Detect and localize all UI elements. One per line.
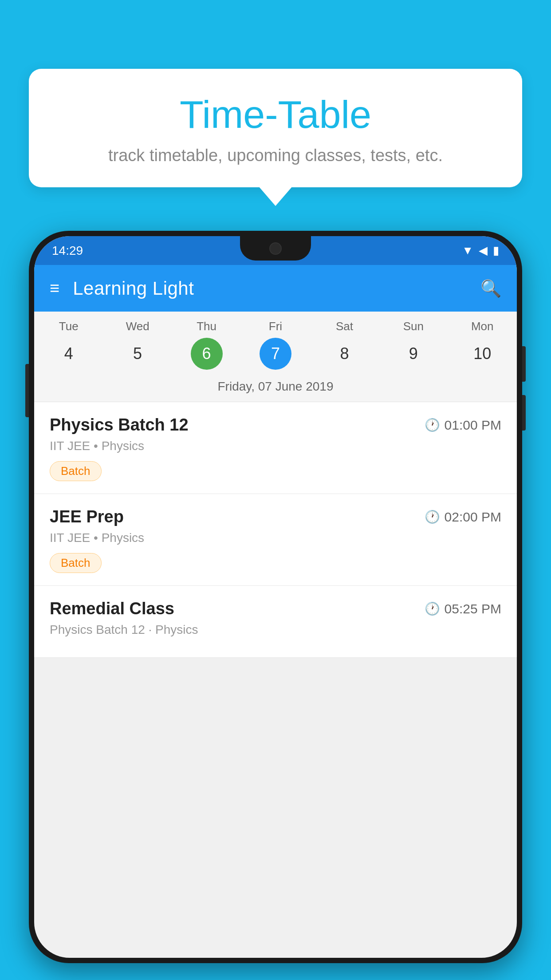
schedule-time: 🕐 02:00 PM (425, 510, 501, 525)
day-number[interactable]: 8 (328, 338, 360, 370)
day-col-7[interactable]: Fri7 (247, 320, 304, 370)
tooltip-title: Time-Table (55, 93, 496, 136)
schedule-subtitle: IIT JEE • Physics (50, 439, 501, 453)
app-title: Learning Light (73, 278, 467, 299)
time-text: 02:00 PM (445, 510, 501, 525)
schedule-subtitle: Physics Batch 12 · Physics (50, 623, 501, 637)
schedule-item-header: Physics Batch 12 🕐 01:00 PM (50, 415, 501, 435)
day-label: Sun (403, 320, 424, 333)
volume-up-button[interactable] (522, 346, 526, 382)
clock-icon: 🕐 (425, 601, 440, 616)
phone-screen: 14:29 ▼ ◀ ▮ ≡ Learning Light 🔍 Tue4Wed5T… (34, 236, 517, 958)
clock-icon: 🕐 (425, 418, 440, 432)
schedule-item-header: JEE Prep 🕐 02:00 PM (50, 507, 501, 526)
day-col-4[interactable]: Tue4 (40, 320, 98, 370)
day-col-5[interactable]: Wed5 (109, 320, 166, 370)
batch-tag: Batch (50, 553, 102, 573)
schedule-item-title: Remedial Class (50, 599, 174, 618)
day-label: Wed (126, 320, 150, 333)
time-text: 01:00 PM (445, 418, 501, 433)
day-number[interactable]: 7 (260, 338, 291, 370)
day-label: Tue (59, 320, 79, 333)
hamburger-icon[interactable]: ≡ (50, 279, 59, 298)
phone-container: 14:29 ▼ ◀ ▮ ≡ Learning Light 🔍 Tue4Wed5T… (29, 231, 522, 980)
day-number[interactable]: 6 (191, 338, 223, 370)
power-button[interactable] (25, 364, 29, 417)
day-label: Thu (197, 320, 216, 333)
days-row: Tue4Wed5Thu6Fri7Sat8Sun9Mon10 (34, 320, 517, 370)
day-number[interactable]: 9 (398, 338, 429, 370)
day-col-10[interactable]: Mon10 (453, 320, 511, 370)
day-label: Fri (269, 320, 282, 333)
schedule-subtitle: IIT JEE • Physics (50, 531, 501, 545)
schedule-time: 🕐 01:00 PM (425, 418, 501, 433)
schedule-item-2[interactable]: Remedial Class 🕐 05:25 PM Physics Batch … (34, 586, 517, 658)
signal-icon: ◀ (479, 244, 488, 257)
schedule-item-0[interactable]: Physics Batch 12 🕐 01:00 PM IIT JEE • Ph… (34, 402, 517, 494)
schedule-item-header: Remedial Class 🕐 05:25 PM (50, 599, 501, 618)
phone-outer: 14:29 ▼ ◀ ▮ ≡ Learning Light 🔍 Tue4Wed5T… (29, 231, 522, 963)
batch-tag: Batch (50, 461, 102, 481)
day-number[interactable]: 10 (466, 338, 498, 370)
day-col-9[interactable]: Sun9 (385, 320, 442, 370)
tooltip-subtitle: track timetable, upcoming classes, tests… (55, 146, 496, 165)
day-number[interactable]: 5 (122, 338, 153, 370)
day-col-6[interactable]: Thu6 (178, 320, 236, 370)
search-icon[interactable]: 🔍 (480, 279, 501, 298)
day-label: Mon (471, 320, 494, 333)
schedule-item-title: JEE Prep (50, 507, 124, 526)
day-col-8[interactable]: Sat8 (315, 320, 373, 370)
day-label: Sat (336, 320, 353, 333)
battery-icon: ▮ (493, 244, 499, 257)
phone-camera (269, 242, 282, 255)
status-icons: ▼ ◀ ▮ (462, 244, 499, 257)
app-bar: ≡ Learning Light 🔍 (34, 265, 517, 312)
schedule-time: 🕐 05:25 PM (425, 601, 501, 616)
wifi-icon: ▼ (462, 244, 473, 257)
day-number[interactable]: 4 (53, 338, 85, 370)
time-text: 05:25 PM (445, 601, 501, 616)
calendar-strip: Tue4Wed5Thu6Fri7Sat8Sun9Mon10 Friday, 07… (34, 312, 517, 402)
volume-down-button[interactable] (522, 395, 526, 431)
phone-notch (240, 236, 311, 261)
schedule-item-1[interactable]: JEE Prep 🕐 02:00 PM IIT JEE • Physics Ba… (34, 494, 517, 586)
clock-icon: 🕐 (425, 510, 440, 524)
schedule-list: Physics Batch 12 🕐 01:00 PM IIT JEE • Ph… (34, 402, 517, 658)
selected-date-label: Friday, 07 June 2019 (34, 374, 517, 398)
schedule-item-title: Physics Batch 12 (50, 415, 189, 435)
status-time: 14:29 (52, 244, 83, 258)
tooltip-card: Time-Table track timetable, upcoming cla… (29, 69, 522, 187)
